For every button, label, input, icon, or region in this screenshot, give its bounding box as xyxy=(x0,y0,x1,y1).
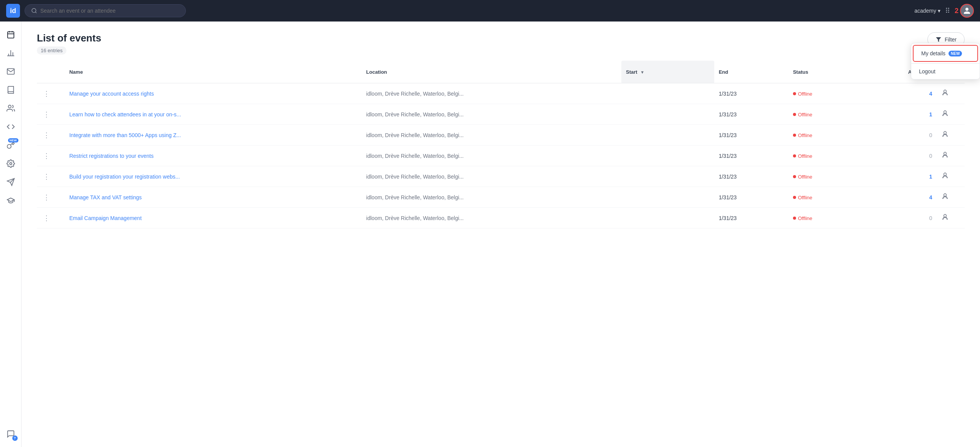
sort-arrow: ▼ xyxy=(640,70,644,74)
more-details-icon[interactable] xyxy=(941,132,949,139)
sidebar-item-code[interactable] xyxy=(2,118,19,135)
event-start xyxy=(621,166,714,187)
event-location: idloom, Drève Richelle, Waterloo, Belgi.… xyxy=(366,132,464,138)
event-end: 1/31/23 xyxy=(714,83,788,104)
step2-label: 2 xyxy=(955,7,958,15)
row-menu-icon[interactable]: ⋮ xyxy=(41,214,51,222)
title-section: List of events 16 entries xyxy=(37,32,101,55)
sidebar-item-book[interactable] xyxy=(2,81,19,98)
events-table: Name Location Start ▼ End Status Attende… xyxy=(37,61,965,228)
svg-marker-13 xyxy=(936,37,941,42)
svg-point-32 xyxy=(944,214,947,217)
search-input[interactable] xyxy=(40,8,179,14)
svg-point-0 xyxy=(32,8,36,13)
more-details-icon[interactable] xyxy=(941,194,949,202)
event-start xyxy=(621,208,714,228)
svg-point-20 xyxy=(944,131,947,134)
row-menu-icon[interactable]: ⋮ xyxy=(41,90,51,98)
event-name-link[interactable]: Build your registration your registratio… xyxy=(69,174,180,180)
row-menu-icon[interactable]: ⋮ xyxy=(41,173,51,180)
sidebar-item-mail2[interactable] xyxy=(2,174,19,190)
badge-icon xyxy=(941,172,949,179)
status-dot xyxy=(793,175,796,178)
my-details-highlight: My details NEW xyxy=(913,45,978,62)
sidebar-item-key[interactable]: NEW xyxy=(2,137,19,154)
table-header: Name Location Start ▼ End Status Attende… xyxy=(37,61,965,83)
sidebar-item-analytics[interactable] xyxy=(2,45,19,61)
event-end: 1/31/23 xyxy=(714,208,788,228)
event-name-link[interactable]: Learn how to check attendees in at your … xyxy=(69,111,181,118)
event-name-link[interactable]: Integrate with more than 5000+ Apps usin… xyxy=(69,132,181,138)
more-details-icon[interactable] xyxy=(941,90,949,98)
page-title: List of events xyxy=(37,32,101,44)
svg-point-9 xyxy=(8,105,11,108)
avatar-button[interactable] xyxy=(960,4,974,18)
status-badge: Offline xyxy=(793,132,812,138)
status-badge: Offline xyxy=(793,153,812,159)
app-logo[interactable]: id xyxy=(6,4,20,18)
attendee-count: 4 xyxy=(929,194,932,200)
person-icon xyxy=(963,7,971,15)
chevron-down-icon: ▾ xyxy=(938,8,940,14)
event-name-link[interactable]: Manage TAX and VAT settings xyxy=(69,194,142,200)
event-name-link[interactable]: Manage your account access rights xyxy=(69,91,154,97)
new-pill: NEW xyxy=(8,138,18,142)
logout-item[interactable]: Logout xyxy=(911,64,980,79)
events-table-wrap: Name Location Start ▼ End Status Attende… xyxy=(22,61,980,228)
status-dot xyxy=(793,217,796,220)
more-details-icon[interactable] xyxy=(941,152,949,160)
academy-button[interactable]: academy ▾ xyxy=(914,8,940,14)
badge-icon xyxy=(941,89,949,96)
logout-label: Logout xyxy=(919,68,935,74)
more-details-icon[interactable] xyxy=(941,215,949,222)
filter-label: Filter xyxy=(945,36,957,43)
badge-icon xyxy=(941,130,949,138)
col-header-name: Name xyxy=(65,61,361,83)
status-dot xyxy=(793,196,796,199)
row-menu-icon[interactable]: ⋮ xyxy=(41,131,51,139)
sidebar-item-help[interactable]: ? xyxy=(2,425,19,442)
sidebar-item-users[interactable] xyxy=(2,100,19,117)
grid-icon[interactable]: ⠿ xyxy=(945,7,950,15)
content-header: List of events 16 entries Filter xyxy=(22,22,980,61)
event-location: idloom, Drève Richelle, Waterloo, Belgi.… xyxy=(366,111,464,118)
row-menu-icon[interactable]: ⋮ xyxy=(41,152,51,160)
status-badge: Offline xyxy=(793,112,812,118)
calendar-icon xyxy=(7,30,15,39)
svg-rect-1 xyxy=(7,32,14,38)
svg-point-26 xyxy=(944,173,947,175)
help-badge: ? xyxy=(12,435,18,441)
event-name-link[interactable]: Restrict registrations to your events xyxy=(69,153,153,159)
event-location: idloom, Drève Richelle, Waterloo, Belgi.… xyxy=(366,215,464,221)
search-bar[interactable] xyxy=(25,4,186,17)
sidebar: NEW ? xyxy=(0,22,22,447)
row-menu-icon[interactable]: ⋮ xyxy=(41,111,51,118)
event-start xyxy=(621,104,714,125)
table-row: ⋮ Email Campaign Management idloom, Drèv… xyxy=(37,208,965,228)
my-details-label: My details xyxy=(921,50,945,56)
attendee-count: 1 xyxy=(929,174,932,180)
event-start xyxy=(621,83,714,104)
col-header-start[interactable]: Start ▼ xyxy=(621,61,714,83)
badge-icon xyxy=(941,151,949,159)
academy-label: academy xyxy=(914,8,936,14)
more-details-icon[interactable] xyxy=(941,111,949,119)
event-end: 1/31/23 xyxy=(714,187,788,208)
sidebar-item-graduation[interactable] xyxy=(2,192,19,209)
row-menu-icon[interactable]: ⋮ xyxy=(41,194,51,201)
table-row: ⋮ Learn how to check attendees in at you… xyxy=(37,104,965,125)
sidebar-item-mail[interactable] xyxy=(2,63,19,80)
sidebar-item-calendar[interactable] xyxy=(2,26,19,43)
navbar-right: academy ▾ ⠿ 2 xyxy=(914,4,974,18)
status-dot xyxy=(793,154,796,157)
attendee-count: 0 xyxy=(929,153,932,159)
col-header-status: Status xyxy=(788,61,881,83)
search-container xyxy=(25,4,186,17)
event-name-link[interactable]: Email Campaign Management xyxy=(69,215,141,221)
more-details-icon[interactable] xyxy=(941,173,949,181)
event-start xyxy=(621,146,714,166)
sidebar-item-settings[interactable] xyxy=(2,155,19,172)
my-details-item[interactable]: My details NEW xyxy=(914,46,977,61)
badge-icon xyxy=(941,213,949,221)
status-badge: Offline xyxy=(793,91,812,97)
